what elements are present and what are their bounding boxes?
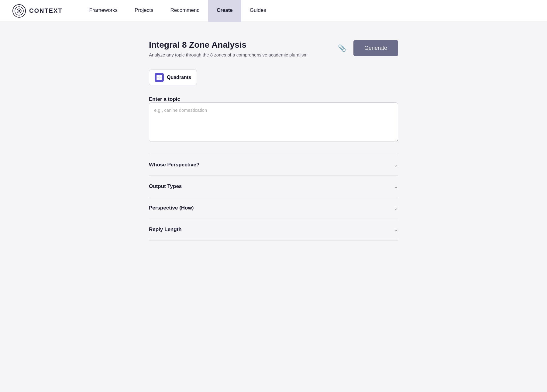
topic-input[interactable] (149, 102, 398, 142)
main-nav: Frameworks Projects Recommend Create Gui… (81, 0, 275, 22)
chevron-down-icon-3: ⌄ (394, 226, 398, 233)
brand-name: CONTEXT (29, 7, 63, 14)
quadrants-label: Quadrants (167, 75, 191, 80)
accordion-header-whose-perspective[interactable]: Whose Perspective? ⌄ (149, 154, 398, 176)
attach-button[interactable]: 📎 (335, 42, 349, 55)
page-header: Integral 8 Zone Analysis Analyze any top… (149, 40, 398, 57)
svg-rect-7 (160, 75, 162, 77)
svg-rect-8 (157, 78, 159, 80)
accordion-item-reply-length: Reply Length ⌄ (149, 219, 398, 240)
accordion-title-whose-perspective: Whose Perspective? (149, 162, 199, 168)
generate-button[interactable]: Generate (353, 40, 398, 56)
accordion-item-perspective-how: Perspective (How) ⌄ (149, 197, 398, 219)
topic-section: Enter a topic (149, 96, 398, 143)
page-title: Integral 8 Zone Analysis (149, 40, 323, 50)
svg-rect-9 (160, 78, 162, 80)
accordion-title-reply-length: Reply Length (149, 227, 182, 233)
paperclip-icon: 📎 (338, 44, 346, 52)
quadrants-tag[interactable]: Quadrants (149, 70, 197, 85)
tag-area: Quadrants (149, 70, 398, 85)
chevron-down-icon-0: ⌄ (394, 162, 398, 168)
accordion-title-perspective-how: Perspective (How) (149, 205, 194, 211)
topic-label: Enter a topic (149, 96, 180, 102)
page-subtitle: Analyze any topic through the 8 zones of… (149, 52, 323, 57)
accordion-item-whose-perspective: Whose Perspective? ⌄ (149, 154, 398, 176)
header-actions: 📎 Generate (335, 40, 398, 56)
accordion-header-reply-length[interactable]: Reply Length ⌄ (149, 219, 398, 240)
chevron-down-icon-1: ⌄ (394, 183, 398, 190)
nav-item-guides[interactable]: Guides (241, 0, 275, 22)
nav-item-recommend[interactable]: Recommend (162, 0, 208, 22)
accordion-title-output-types: Output Types (149, 183, 182, 189)
nav-item-frameworks[interactable]: Frameworks (81, 0, 126, 22)
chevron-down-icon-2: ⌄ (394, 205, 398, 211)
header: CONTEXT Frameworks Projects Recommend Cr… (0, 0, 547, 22)
main-content: Integral 8 Zone Analysis Analyze any top… (137, 22, 410, 259)
nav-item-projects[interactable]: Projects (126, 0, 162, 22)
accordion-header-perspective-how[interactable]: Perspective (How) ⌄ (149, 197, 398, 219)
svg-rect-6 (157, 75, 159, 77)
accordion-item-output-types: Output Types ⌄ (149, 176, 398, 197)
quadrants-icon (155, 73, 164, 82)
logo-icon (12, 4, 26, 18)
nav-item-create[interactable]: Create (208, 0, 241, 22)
page-title-area: Integral 8 Zone Analysis Analyze any top… (149, 40, 323, 57)
quadrants-svg (157, 75, 162, 80)
accordion-header-output-types[interactable]: Output Types ⌄ (149, 176, 398, 197)
accordion: Whose Perspective? ⌄ Output Types ⌄ Pers… (149, 154, 398, 240)
logo-link[interactable]: CONTEXT (12, 4, 63, 18)
